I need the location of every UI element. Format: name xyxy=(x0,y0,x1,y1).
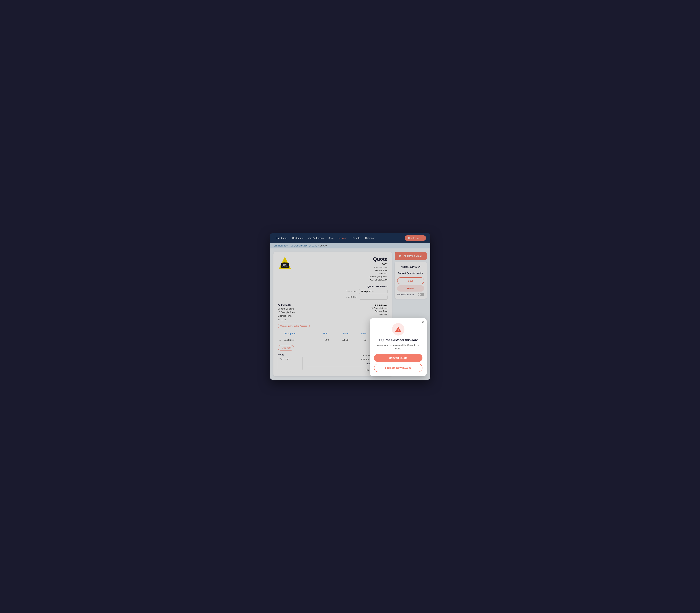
modal-title: A Quote exists for this Job! xyxy=(374,338,422,342)
svg-text:safe: safe xyxy=(283,264,287,266)
non-vat-toggle[interactable] xyxy=(418,293,424,296)
col-description: Description xyxy=(282,330,313,337)
quote-header: GAS safe REGISTER Quote SWFY 1 Example S… xyxy=(278,256,387,282)
modal-close-button[interactable]: × xyxy=(422,321,424,324)
notes-label: Notes xyxy=(278,353,303,356)
job-ref-input[interactable] xyxy=(359,295,387,300)
nav-dashboard[interactable]: Dashboard xyxy=(274,236,289,240)
delete-button[interactable]: Delete xyxy=(397,285,424,291)
address-lines: Mr John Example 10 Example Street Exampl… xyxy=(278,307,310,322)
nav-calendar[interactable]: Calendar xyxy=(363,236,376,240)
breadcrumb-sep-1: › xyxy=(289,245,290,247)
item-price: £75.00 xyxy=(330,337,350,343)
convert-quote-link[interactable]: Convert Quote to Invoice xyxy=(397,271,424,276)
approve-preview-link[interactable]: Approve & Preview xyxy=(397,264,424,270)
addressed-to-label: Addressed to xyxy=(278,304,310,306)
job-address-text: 10 Example Street Example Town EX1 1XE xyxy=(371,307,387,316)
sidebar-actions-card: Approve & Preview Convert Quote to Invoi… xyxy=(395,262,427,299)
breadcrumb-address[interactable]: 10 Example Street EX1 1XE xyxy=(291,245,317,247)
convert-quote-button[interactable]: Convert Quote xyxy=(374,354,422,362)
item-vat: 20 xyxy=(350,337,368,343)
job-address-label: Job Address xyxy=(371,304,387,307)
nav-jobs[interactable]: Jobs xyxy=(327,236,335,240)
date-issued-input[interactable] xyxy=(359,289,387,294)
nav-customers[interactable]: Customers xyxy=(290,236,305,240)
warning-icon xyxy=(395,326,402,332)
modal-card: × A Quote exists for this Job! Would you… xyxy=(370,318,427,376)
quote-title: Quote xyxy=(369,256,387,262)
breadcrumb-sep-2: › xyxy=(318,245,319,247)
gas-safe-logo: GAS safe REGISTER xyxy=(278,256,292,271)
quote-status: Quote: Not Issued xyxy=(278,285,387,288)
app-container: Dashboard Customers Job Addresses Jobs I… xyxy=(270,233,430,380)
notes-textarea[interactable] xyxy=(278,356,303,370)
col-vat: Vat % xyxy=(350,330,368,337)
col-units: Units xyxy=(313,330,330,337)
svg-text:REGISTER: REGISTER xyxy=(282,266,288,267)
item-description: Gas Safety xyxy=(282,337,313,343)
nav-job-addresses[interactable]: Job Addresses xyxy=(307,236,325,240)
modal-subtitle: Would you like to convert the Quote to a… xyxy=(374,343,422,350)
breadcrumb: John Example › 10 Example Street EX1 1XE… xyxy=(270,243,430,248)
breadcrumb-customer[interactable]: John Example xyxy=(274,245,288,247)
nav-invoices[interactable]: Invoices xyxy=(337,236,349,240)
modal-icon-wrap xyxy=(392,323,405,336)
alt-billing-button[interactable]: Use Alternative Billing Address xyxy=(278,324,310,328)
drag-handle[interactable]: ⠿ xyxy=(279,339,281,341)
create-new-invoice-button[interactable]: + Create New Invoice xyxy=(374,364,422,372)
addressed-to-section: Addressed to Mr John Example 10 Example … xyxy=(278,304,310,328)
non-vat-toggle-row: Non-VAT Invoice xyxy=(397,293,424,296)
col-price: Price xyxy=(330,330,350,337)
date-issued-label: Date Issued xyxy=(346,290,357,293)
nav-reports[interactable]: Reports xyxy=(350,236,362,240)
company-info: SWFY 1 Example Street Example Town EX1 1… xyxy=(369,263,387,282)
quote-title-block: Quote SWFY 1 Example Street Example Town… xyxy=(369,256,387,282)
non-vat-label: Non-VAT Invoice xyxy=(397,293,414,296)
notes-block: Notes xyxy=(278,353,303,371)
date-issued-row: Date Issued xyxy=(278,289,387,294)
job-ref-label: Job Ref No xyxy=(346,296,357,299)
breadcrumb-job: Job 30 xyxy=(320,245,327,247)
nav-bar: Dashboard Customers Job Addresses Jobs I… xyxy=(270,233,430,243)
add-item-button[interactable]: + Add Item xyxy=(278,345,294,351)
approve-email-button[interactable]: Approve & Email xyxy=(395,252,427,260)
item-units: 1.00 xyxy=(313,337,330,343)
send-icon xyxy=(399,255,402,257)
sidebar-divider-1 xyxy=(397,270,424,270)
create-new-button[interactable]: Create New + xyxy=(405,235,426,241)
save-button[interactable]: Save xyxy=(397,277,424,284)
svg-text:GAS: GAS xyxy=(282,261,287,263)
job-ref-row: Job Ref No xyxy=(278,295,387,300)
